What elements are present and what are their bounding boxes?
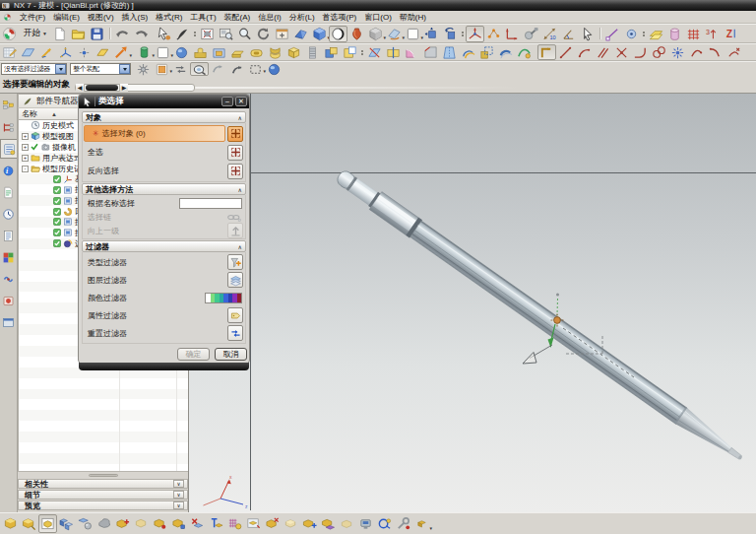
pocket-button[interactable] bbox=[210, 44, 228, 60]
dialog-row[interactable]: 选择链 bbox=[84, 210, 244, 224]
snap-grid-button[interactable] bbox=[684, 26, 703, 42]
point-set-button[interactable] bbox=[484, 26, 503, 42]
fillet-button[interactable] bbox=[631, 44, 650, 60]
wave-editor-button[interactable] bbox=[394, 514, 412, 533]
cancel-button[interactable]: 取消 bbox=[215, 348, 247, 361]
assembly-cut-button[interactable] bbox=[282, 514, 300, 533]
select-prev-button[interactable] bbox=[227, 62, 246, 76]
constraint-navigator-tab[interactable] bbox=[0, 117, 17, 137]
find-component-button[interactable] bbox=[1, 514, 20, 533]
roles-tab[interactable] bbox=[0, 247, 17, 267]
section-dependencies[interactable]: 相关性 ∨ bbox=[18, 479, 188, 489]
general-object-button[interactable]: ▾ bbox=[153, 62, 171, 76]
datum-plane-button[interactable] bbox=[19, 44, 37, 60]
select-all-button[interactable] bbox=[227, 145, 243, 161]
dialog-row[interactable]: 反向选择 bbox=[84, 162, 244, 180]
blend-button[interactable] bbox=[403, 44, 421, 60]
new-parent-button[interactable] bbox=[300, 514, 319, 533]
exploded-view-button[interactable] bbox=[319, 514, 338, 533]
clearance-device-button[interactable] bbox=[356, 514, 375, 533]
fit-view-button[interactable] bbox=[198, 26, 217, 42]
tree-checkbox[interactable] bbox=[53, 186, 61, 194]
color-filter-strip[interactable] bbox=[205, 293, 242, 303]
tree-expand-icon[interactable]: + bbox=[22, 144, 29, 151]
window-tab[interactable] bbox=[0, 312, 17, 332]
sequence-button[interactable] bbox=[338, 514, 356, 533]
measure-body-button[interactable] bbox=[522, 26, 540, 42]
dialog-row[interactable]: 图层过滤器 bbox=[84, 271, 244, 289]
component-dot-button[interactable] bbox=[151, 514, 169, 533]
facet-view-button[interactable]: ▾ bbox=[366, 26, 385, 42]
menu-item[interactable]: 插入(S) bbox=[118, 12, 153, 23]
tree-expand-icon[interactable]: + bbox=[22, 155, 29, 162]
tree-checkbox[interactable] bbox=[53, 208, 61, 216]
suppress-component-button[interactable] bbox=[188, 514, 207, 533]
splitter-grip[interactable] bbox=[89, 474, 118, 477]
quick-trim-button[interactable] bbox=[724, 44, 743, 60]
line-button[interactable] bbox=[556, 44, 575, 60]
snap-endpoint-button[interactable] bbox=[603, 26, 622, 42]
tree-checkbox[interactable] bbox=[53, 197, 61, 205]
move-object-button[interactable] bbox=[422, 26, 441, 42]
rail-left-arrow-icon[interactable]: ◀ bbox=[76, 84, 85, 92]
tree-expand-icon[interactable]: - bbox=[22, 166, 29, 172]
snap-settings-button[interactable] bbox=[134, 62, 153, 76]
tree-checkbox[interactable] bbox=[53, 175, 61, 183]
system-materials-tab[interactable] bbox=[0, 226, 17, 245]
group-header[interactable]: 过滤器∧ bbox=[82, 240, 246, 252]
shell-button[interactable] bbox=[284, 44, 303, 60]
subtract-button[interactable] bbox=[341, 44, 359, 60]
datum-csys-button[interactable] bbox=[56, 44, 75, 60]
circle-button[interactable] bbox=[650, 44, 668, 60]
thicken-button[interactable] bbox=[496, 44, 515, 60]
hole-button[interactable]: ▾ bbox=[135, 44, 154, 60]
sphere-button[interactable] bbox=[172, 44, 191, 60]
tree-checkbox[interactable] bbox=[53, 218, 61, 226]
measure-angle-button[interactable] bbox=[559, 26, 578, 42]
dialog-title-bar[interactable]: 类选择 – ✕ bbox=[79, 95, 249, 108]
show-hide-button[interactable]: ▾ bbox=[404, 26, 422, 42]
snap-face-button[interactable] bbox=[665, 26, 684, 42]
draft-button[interactable] bbox=[440, 44, 459, 60]
pencil-model[interactable] bbox=[333, 167, 747, 467]
prev-selection-button[interactable] bbox=[209, 62, 227, 76]
dialog-row[interactable]: 向上一级 bbox=[84, 224, 244, 237]
dialog-footer-grip[interactable] bbox=[79, 363, 249, 370]
group-header[interactable]: 其他选择方法∧ bbox=[82, 183, 246, 195]
unite-button[interactable] bbox=[322, 44, 341, 60]
open-component-button[interactable] bbox=[20, 514, 38, 533]
assembly-more-button[interactable]: ▾ bbox=[412, 514, 431, 533]
true-shading-button[interactable] bbox=[347, 26, 366, 42]
component-window-button[interactable] bbox=[38, 514, 57, 533]
snap-point-button[interactable] bbox=[722, 26, 740, 42]
up-one-level-button[interactable] bbox=[227, 223, 243, 238]
rail-thumb[interactable] bbox=[86, 85, 118, 91]
select-by-name-input[interactable] bbox=[179, 198, 242, 209]
wcs-dynamics-button[interactable] bbox=[466, 26, 484, 42]
datum-axis-button[interactable] bbox=[37, 44, 56, 60]
vector-button[interactable] bbox=[503, 26, 522, 42]
rotate-view-button[interactable] bbox=[254, 26, 273, 42]
menu-item[interactable]: 编辑(E) bbox=[49, 12, 84, 23]
thread-button[interactable] bbox=[303, 44, 322, 60]
open-button[interactable] bbox=[69, 26, 88, 42]
render-style-button[interactable] bbox=[329, 26, 347, 42]
graphics-window[interactable]: z x bbox=[189, 94, 756, 512]
dialog-row[interactable]: 类型过滤器 bbox=[84, 253, 244, 271]
history-page-tab[interactable] bbox=[0, 182, 17, 202]
zoom-button[interactable] bbox=[235, 26, 254, 42]
dialog-minimize-button[interactable]: – bbox=[221, 97, 233, 106]
menu-item[interactable]: 窗口(O) bbox=[360, 12, 396, 23]
groove-button[interactable] bbox=[266, 44, 284, 60]
nx-start-menu-icon[interactable] bbox=[0, 26, 19, 42]
profile-button[interactable] bbox=[537, 44, 556, 60]
snap-quadrant-button[interactable] bbox=[703, 26, 722, 42]
check-clearance-button[interactable] bbox=[375, 514, 394, 533]
menu-item[interactable]: 帮助(H) bbox=[396, 12, 430, 23]
menu-item[interactable]: 首选项(P) bbox=[319, 12, 361, 23]
scope-dropdown-icon[interactable] bbox=[119, 64, 130, 74]
plane-button[interactable] bbox=[94, 44, 112, 60]
zoom-window-button[interactable] bbox=[217, 26, 235, 42]
menu-item[interactable]: 分析(L) bbox=[285, 12, 319, 23]
scope-combo[interactable]: 整个装配 bbox=[70, 63, 131, 75]
